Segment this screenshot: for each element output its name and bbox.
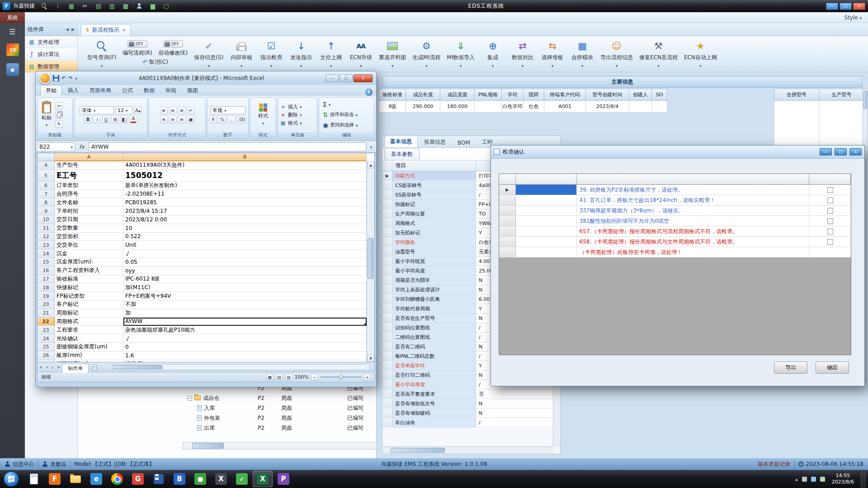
system-tab[interactable]: 系统 xyxy=(0,12,25,23)
excel-ribbon-tab[interactable]: 页面布局 xyxy=(85,85,116,96)
show-desktop-button[interactable] xyxy=(861,470,866,488)
cell-value[interactable]: 1505012 xyxy=(123,170,367,182)
dropdown-arrow-icon[interactable] xyxy=(319,62,343,69)
row-header[interactable]: 27 xyxy=(38,360,55,362)
workspace-hscrollbar[interactable] xyxy=(183,442,377,450)
excel-ribbon-tab[interactable]: 公式 xyxy=(117,85,138,96)
cell-label[interactable]: 下单时间 xyxy=(55,207,123,216)
formula-expand-icon[interactable] xyxy=(368,144,375,150)
percent-button[interactable]: % xyxy=(218,116,226,123)
ecn-upgrade-button[interactable]: AAECN升级 xyxy=(346,38,376,69)
sheet-hscrollbar[interactable] xyxy=(110,364,370,370)
align-left-button[interactable]: ≡ xyxy=(160,116,168,123)
row-selector[interactable] xyxy=(382,200,392,209)
cell-value[interactable]: oyy xyxy=(123,267,367,275)
number-format-select[interactable]: 常规 xyxy=(210,106,245,114)
cell-value[interactable]: 杂色油墨阻焊塞孔超P10能力 xyxy=(123,326,367,334)
main-info-cell[interactable] xyxy=(475,101,502,113)
cell-label[interactable]: 图镀铜镍金厚度(um) xyxy=(55,343,123,352)
row-header[interactable]: 11 xyxy=(38,224,55,233)
paste-button[interactable]: 粘贴 xyxy=(40,101,53,129)
dropdown-arrow-icon[interactable] xyxy=(349,62,373,69)
user-icon[interactable] xyxy=(135,2,143,10)
grid-icon[interactable]: ▦ xyxy=(122,2,130,10)
close-button[interactable]: × xyxy=(853,3,865,10)
hamburger-menu-icon[interactable]: ☰ xyxy=(0,28,25,36)
taskbar-folder[interactable] xyxy=(66,471,85,487)
row-header[interactable]: 19 xyxy=(38,292,55,300)
taskbar-purple-app[interactable]: P xyxy=(274,471,293,487)
underline-button[interactable]: U xyxy=(102,116,110,123)
check-row[interactable]: 41. 盲孔订单，拼板尺寸超出18*24inch，请核实检查！ xyxy=(499,195,851,206)
main-info-cell[interactable]: 180.000 xyxy=(440,101,475,113)
row-header[interactable]: 24 xyxy=(38,334,55,343)
cancel-button[interactable]: ↶ 取消(C) xyxy=(119,58,191,66)
zoom-knob[interactable] xyxy=(340,375,343,380)
align-center-button[interactable]: ≡ xyxy=(169,116,177,123)
cell-value[interactable]: 2023/8/4 15:17 xyxy=(123,207,367,216)
row-header[interactable]: 20 xyxy=(38,300,55,309)
confirm-checkbox[interactable] xyxy=(827,187,833,193)
column-header-b[interactable]: B xyxy=(123,153,367,161)
align-middle-button[interactable]: ≡ xyxy=(169,107,177,114)
panel-expand-icon[interactable]: ▶ xyxy=(71,27,75,32)
taskbar-internet-explorer[interactable]: e xyxy=(86,471,106,487)
grid-vscrollbar[interactable]: ▲ ▼ xyxy=(367,161,374,362)
scrollbar-thumb[interactable] xyxy=(113,365,162,369)
comma-button[interactable]: , xyxy=(227,116,235,123)
row-selector[interactable] xyxy=(382,257,392,266)
tree-row[interactable]: −成品仓P2周磊已编写 xyxy=(185,393,377,403)
cell-label[interactable]: 文件名称 xyxy=(55,198,123,207)
params-tab[interactable]: 基本信息 xyxy=(384,136,418,147)
row-header[interactable]: 26 xyxy=(38,352,55,360)
save-info-button[interactable]: ✔保存信息(S) xyxy=(191,38,226,69)
dropdown-arrow-icon[interactable] xyxy=(87,62,116,69)
style-dropdown[interactable]: Style xyxy=(844,14,862,21)
row-selector[interactable] xyxy=(382,323,392,332)
cell-label[interactable]: 客户工程资料录入 xyxy=(55,267,123,275)
cell-value[interactable]: 0.522 xyxy=(123,233,367,241)
row-selector[interactable] xyxy=(382,399,392,408)
check-row[interactable]: 337铜厚超常规能力（3*8um），请核实。 xyxy=(499,206,851,216)
write-flow-toggle[interactable]: OFF xyxy=(127,40,147,47)
dialog-titlebar[interactable]: 检查确认 — ▢ × xyxy=(491,145,864,159)
params-hscrollbar[interactable] xyxy=(382,446,553,454)
qat-dropdown-icon[interactable] xyxy=(75,75,77,81)
fill-color-button[interactable]: ◧ xyxy=(120,116,128,123)
check-row[interactable]: 657.（卡死需处理）报价周期格式与流程周期格式不符，请检查。 xyxy=(499,226,851,237)
row-header[interactable]: 10 xyxy=(38,216,55,224)
delete-cells-button[interactable]: ×删除 xyxy=(280,112,315,118)
param-value[interactable]: / xyxy=(476,418,560,427)
export-icon[interactable]: ▢ xyxy=(162,2,170,10)
tree-row[interactable]: 外包装P2周磊已编写 xyxy=(185,413,377,423)
yx-logo-icon[interactable]: YX xyxy=(6,43,19,56)
row-selector[interactable] xyxy=(382,295,392,304)
row-selector[interactable] xyxy=(382,408,392,418)
instruction-check-button[interactable]: ☑指示检查 xyxy=(256,38,286,69)
param-value[interactable]: N xyxy=(476,399,560,408)
ecn-auto-upload-button[interactable]: ★ECN自动上网 xyxy=(681,38,720,69)
cell-label[interactable]: 交货单位 xyxy=(55,241,123,249)
cell-value[interactable]: (1/0.5) xyxy=(123,360,367,362)
row-header[interactable]: 23 xyxy=(38,326,55,334)
row-header[interactable]: 8 xyxy=(38,198,55,207)
row-selector[interactable] xyxy=(382,333,392,342)
row-selector[interactable] xyxy=(382,352,392,361)
autosum-button[interactable]: Σ xyxy=(321,100,372,109)
tree-row[interactable]: 入库P2周磊已编写 xyxy=(185,403,377,413)
panel-collapse-icon[interactable]: ◀ xyxy=(66,27,69,32)
row-header[interactable]: 9 xyxy=(38,207,55,216)
repair-ecn-flow-button[interactable]: ⚒修复ECN丢流程 xyxy=(636,38,681,69)
help-icon[interactable]: ? xyxy=(365,89,373,96)
minimize-button[interactable]: — xyxy=(826,3,838,10)
cell-value[interactable]: 加 xyxy=(123,309,367,318)
excel-close-button[interactable]: × xyxy=(354,75,373,82)
check-row[interactable]: 658.（卡死需处理）报价周期格式与文件周期格式不符，请检查。 xyxy=(499,237,851,247)
tray-volume-icon[interactable] xyxy=(811,477,816,482)
component-item[interactable]: ▦文件处理 xyxy=(25,36,77,48)
dropdown-arrow-icon[interactable] xyxy=(230,62,253,69)
row-selector[interactable] xyxy=(382,181,392,190)
last-sheet-icon[interactable]: » xyxy=(56,364,62,370)
start-button[interactable] xyxy=(4,471,19,487)
scrollbar-thumb[interactable] xyxy=(192,443,224,449)
